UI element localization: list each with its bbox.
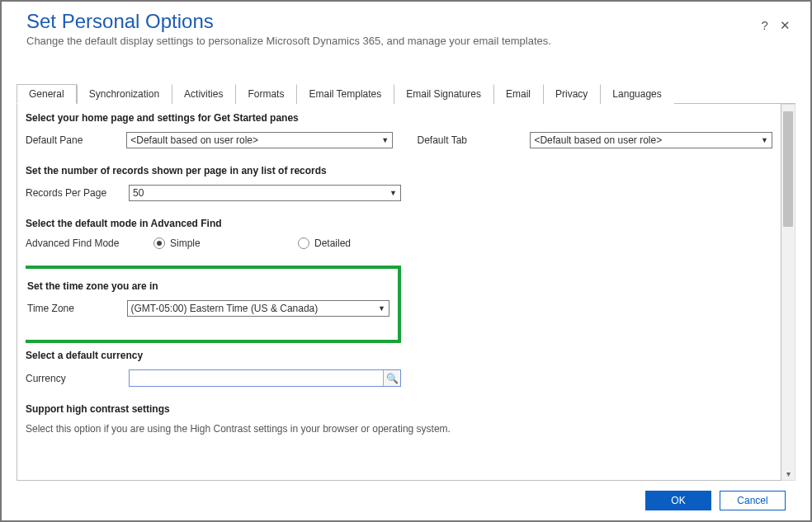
close-icon[interactable]: ✕ bbox=[780, 18, 791, 32]
default-pane-label: Default Pane bbox=[26, 134, 126, 146]
section-currency: Select a default currency Currency 🔍 bbox=[26, 350, 772, 387]
section-title-high-contrast: Support high contrast settings bbox=[26, 403, 772, 415]
chevron-down-icon: ▼ bbox=[389, 189, 397, 197]
advanced-find-radio-simple[interactable]: Simple bbox=[153, 237, 298, 249]
section-home-page: Select your home page and settings for G… bbox=[26, 112, 772, 148]
section-title-currency: Select a default currency bbox=[26, 350, 772, 361]
radio-simple-label: Simple bbox=[170, 237, 201, 249]
records-per-page-value: 50 bbox=[133, 187, 144, 199]
tab-languages[interactable]: Languages bbox=[600, 84, 673, 104]
advanced-find-mode-label: Advanced Find Mode bbox=[26, 237, 153, 249]
currency-label: Currency bbox=[26, 373, 129, 384]
tab-email[interactable]: Email bbox=[493, 84, 543, 104]
tab-general[interactable]: General bbox=[17, 84, 77, 104]
records-per-page-label: Records Per Page bbox=[26, 187, 129, 199]
dialog-footer: OK Cancel bbox=[2, 481, 810, 520]
radio-icon bbox=[153, 237, 165, 249]
high-contrast-note: Select this option if you are using the … bbox=[26, 423, 772, 435]
section-title-home-page: Select your home page and settings for G… bbox=[26, 112, 772, 124]
chevron-down-icon: ▼ bbox=[761, 136, 768, 144]
currency-lookup[interactable]: 🔍 bbox=[129, 369, 401, 387]
ok-button[interactable]: OK bbox=[645, 491, 711, 510]
radio-icon bbox=[298, 237, 309, 249]
chevron-down-icon: ▼ bbox=[378, 304, 385, 313]
tab-email-signatures[interactable]: Email Signatures bbox=[394, 84, 493, 104]
timezone-label: Time Zone bbox=[27, 303, 127, 314]
dialog-subtitle: Change the default display settings to p… bbox=[26, 35, 786, 47]
dialog-header: Set Personal Options Change the default … bbox=[2, 2, 810, 50]
currency-input[interactable] bbox=[130, 370, 383, 386]
help-icon[interactable]: ? bbox=[761, 18, 767, 32]
section-records-per-page: Set the number of records shown per page… bbox=[26, 165, 772, 201]
section-title-timezone: Set the time zone you are in bbox=[27, 280, 389, 292]
default-tab-value: <Default based on user role> bbox=[534, 134, 662, 146]
tab-privacy[interactable]: Privacy bbox=[543, 84, 600, 104]
radio-detailed-label: Detailed bbox=[314, 237, 351, 249]
timezone-select[interactable]: (GMT-05:00) Eastern Time (US & Canada) ▼ bbox=[127, 300, 390, 317]
section-advanced-find: Select the default mode in Advanced Find… bbox=[26, 218, 772, 249]
tab-panel: Select your home page and settings for G… bbox=[17, 104, 781, 481]
vertical-scrollbar[interactable]: ▾ bbox=[781, 104, 795, 481]
default-pane-select[interactable]: <Default based on user role> ▼ bbox=[126, 132, 393, 148]
tab-strip: General Synchronization Activities Forma… bbox=[17, 83, 795, 104]
default-tab-label: Default Tab bbox=[418, 134, 531, 146]
tab-synchronization[interactable]: Synchronization bbox=[77, 84, 172, 104]
chevron-down-icon: ▼ bbox=[381, 136, 389, 144]
section-high-contrast: Support high contrast settings Select th… bbox=[26, 403, 772, 435]
default-tab-select[interactable]: <Default based on user role> ▼ bbox=[530, 132, 772, 148]
tab-activities[interactable]: Activities bbox=[172, 84, 235, 104]
section-title-records: Set the number of records shown per page… bbox=[26, 165, 772, 176]
default-pane-value: <Default based on user role> bbox=[130, 134, 258, 146]
section-title-advanced-find: Select the default mode in Advanced Find bbox=[26, 218, 772, 229]
scrollbar-thumb[interactable] bbox=[783, 111, 793, 227]
cancel-button[interactable]: Cancel bbox=[720, 491, 786, 510]
timezone-value: (GMT-05:00) Eastern Time (US & Canada) bbox=[131, 303, 319, 314]
dialog-title: Set Personal Options bbox=[26, 10, 786, 33]
lookup-icon[interactable]: 🔍 bbox=[383, 370, 400, 386]
records-per-page-select[interactable]: 50 ▼ bbox=[129, 185, 401, 201]
personal-options-dialog: Set Personal Options Change the default … bbox=[0, 0, 812, 522]
tab-formats[interactable]: Formats bbox=[235, 84, 296, 104]
section-timezone-highlight: Set the time zone you are in Time Zone (… bbox=[26, 266, 401, 343]
tab-email-templates[interactable]: Email Templates bbox=[296, 84, 394, 104]
scroll-down-icon[interactable]: ▾ bbox=[781, 468, 795, 480]
advanced-find-radio-detailed[interactable]: Detailed bbox=[298, 237, 351, 249]
